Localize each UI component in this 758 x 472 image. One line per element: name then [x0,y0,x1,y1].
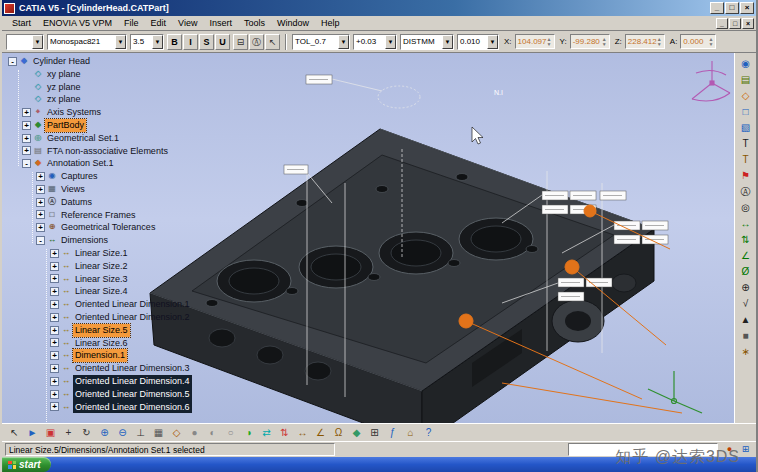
underline-button[interactable]: U [215,34,230,50]
tolerance-value-field[interactable]: +0.03 ▼ [353,34,397,50]
distance-type-combo[interactable]: DISTMM ▼ [400,34,454,50]
child-close-button[interactable]: × [742,18,754,29]
wireframe-icon[interactable]: ○ [222,425,239,440]
stacked-dimension-icon[interactable]: ⇅ [737,232,754,247]
tree-item-label[interactable]: Dimension.1 [73,349,127,362]
apply-material-icon[interactable]: ◆ [348,425,365,440]
annotation-plane-icon[interactable]: ◇ [737,88,754,103]
tree-item-label[interactable]: Cylinder Head [31,55,92,68]
tree-item[interactable]: +↔Linear Size.4 [8,285,243,298]
tree-item-label[interactable]: PartBody [45,119,86,132]
x-coordinate-field[interactable]: 104.097▲▼ [515,34,555,49]
tree-item[interactable]: +⊕Geometrical Tolerances [8,221,243,234]
weld-symbol-icon[interactable]: ▲ [737,312,754,327]
dimension-icon[interactable]: ↔ [737,216,754,231]
zoom-in-icon[interactable]: ⊕ [96,425,113,440]
menu-tools[interactable]: Tools [238,17,271,29]
menu-window[interactable]: Window [271,17,315,29]
status-panel-icon[interactable]: ⊞ [738,443,753,456]
font-combo[interactable]: Monospac821 ▼ [47,34,127,50]
catalog-icon[interactable]: ⌂ [402,425,419,440]
tree-item-label[interactable]: yz plane [45,81,83,94]
expand-icon[interactable]: + [50,390,59,399]
y-coordinate-field[interactable]: -99.280▲▼ [570,34,610,49]
datum-target-icon[interactable]: ◎ [737,200,754,215]
tree-item[interactable]: +◆PartBody [8,119,243,132]
child-restore-button[interactable]: □ [729,18,741,29]
tree-item[interactable]: +▤FTA non-associative Elements [8,145,243,158]
tree-item[interactable]: +▦Views [8,183,243,196]
menu-enovia-v5-vpm[interactable]: ENOVIA V5 VPM [37,17,118,29]
expand-icon[interactable]: + [36,185,45,194]
tree-item[interactable]: +⌖Axis Systems [8,106,243,119]
chevron-down-icon[interactable]: ▼ [115,35,126,49]
chevron-down-icon[interactable]: ▼ [152,35,163,49]
tree-item-label[interactable]: Oriented Linear Dimension.4 [73,375,192,388]
zoom-out-icon[interactable]: ⊖ [114,425,131,440]
tree-item-label[interactable]: Captures [59,170,100,183]
menu-file[interactable]: File [118,17,145,29]
chevron-down-icon[interactable]: ▼ [385,35,396,49]
titlebar[interactable]: CATIA V5 - [CylinderHead.CATPart] _ □ × [2,0,756,16]
tree-item[interactable]: -◆Cylinder Head [8,55,243,68]
expand-icon[interactable]: + [36,172,45,181]
datum-feature-icon[interactable]: Ⓐ [737,184,754,199]
tree-item[interactable]: +◎Geometrical Set.1 [8,132,243,145]
menu-insert[interactable]: Insert [203,17,238,29]
tree-item-label[interactable]: Linear Size.1 [73,247,130,260]
text-with-leader-icon[interactable]: T [737,152,754,167]
fly-mode-icon[interactable]: ► [24,425,41,440]
expand-icon[interactable]: + [50,274,59,283]
text-icon[interactable]: T [737,136,754,151]
italic-button[interactable]: I [183,34,198,50]
tree-item-label[interactable]: Linear Size.3 [73,273,130,286]
tree-item[interactable]: -↔Dimensions [8,234,243,247]
frame-icon[interactable]: ■ [737,328,754,343]
expand-icon[interactable]: + [50,402,59,411]
help-icon[interactable]: ? [420,425,437,440]
expand-icon[interactable]: + [50,326,59,335]
chevron-down-icon[interactable]: ▼ [442,35,453,49]
tree-item-label[interactable]: Geometrical Tolerances [59,221,157,234]
hide-show-icon[interactable]: ◑ [240,425,257,440]
font-size-combo[interactable]: 3.5 ▼ [130,34,164,50]
chevron-down-icon[interactable]: ▼ [338,35,349,49]
tolerance-type-combo[interactable]: TOL_0.7 ▼ [292,34,350,50]
menu-start[interactable]: Start [6,17,37,29]
knowledge-icon[interactable]: ƒ [384,425,401,440]
chevron-down-icon[interactable]: ▼ [487,35,498,49]
expand-icon[interactable]: + [50,364,59,373]
multi-view-icon[interactable]: ▦ [150,425,167,440]
roughness-icon[interactable]: √ [737,296,754,311]
distance-value-field[interactable]: 0.010 ▼ [457,34,499,50]
angle-dimension-icon[interactable]: ∠ [737,248,754,263]
update-icon[interactable]: ⇅ [276,425,293,440]
a-coordinate-field[interactable]: 0.000▲▼ [680,34,716,49]
expand-icon[interactable]: + [22,108,31,117]
expand-icon[interactable]: + [36,198,45,207]
expand-icon[interactable]: + [22,146,31,155]
view-list-icon[interactable]: ▤ [737,72,754,87]
diameter-dimension-icon[interactable]: Ø [737,264,754,279]
rotate-icon[interactable]: ↻ [78,425,95,440]
text-frame-icon[interactable]: Ⓐ [249,34,264,50]
graph-icon[interactable]: ⊞ [366,425,383,440]
tree-item[interactable]: +↔Linear Size.2 [8,260,243,273]
tree-item[interactable]: +↔Oriented Linear Dimension.1 [8,298,243,311]
measure-item-icon[interactable]: ∠ [312,425,329,440]
tree-item-label[interactable]: Datums [59,196,94,209]
tree-item[interactable]: +↔Oriented Linear Dimension.5 [8,388,243,401]
mass-properties-icon[interactable]: Ω [330,425,347,440]
measure-between-icon[interactable]: ↔ [294,425,311,440]
tree-item-label[interactable]: Linear Size.4 [73,285,130,298]
fit-all-icon[interactable]: ▣ [42,425,59,440]
tree-item-label[interactable]: Linear Size.5 [73,324,130,337]
tree-item-label[interactable]: xy plane [45,68,83,81]
tree-item-label[interactable]: Axis Systems [45,106,103,119]
expand-icon[interactable]: + [22,121,31,130]
expand-icon[interactable]: + [50,287,59,296]
text-anchor-icon[interactable]: ⊟ [233,34,248,50]
strikethrough-button[interactable]: S [199,34,214,50]
expand-icon[interactable]: + [50,249,59,258]
expand-icon[interactable]: + [36,223,45,232]
